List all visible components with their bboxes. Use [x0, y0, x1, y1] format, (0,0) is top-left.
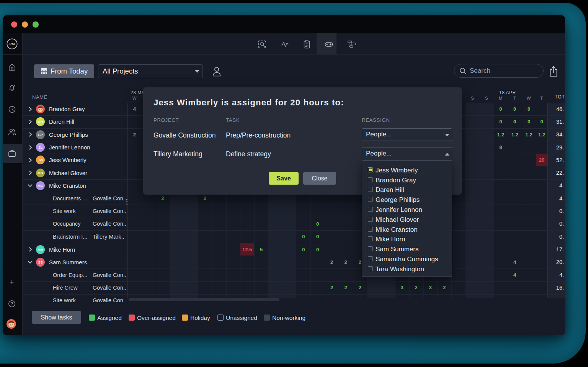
- svg-text:PM: PM: [9, 42, 15, 46]
- svg-text:?: ?: [11, 301, 13, 306]
